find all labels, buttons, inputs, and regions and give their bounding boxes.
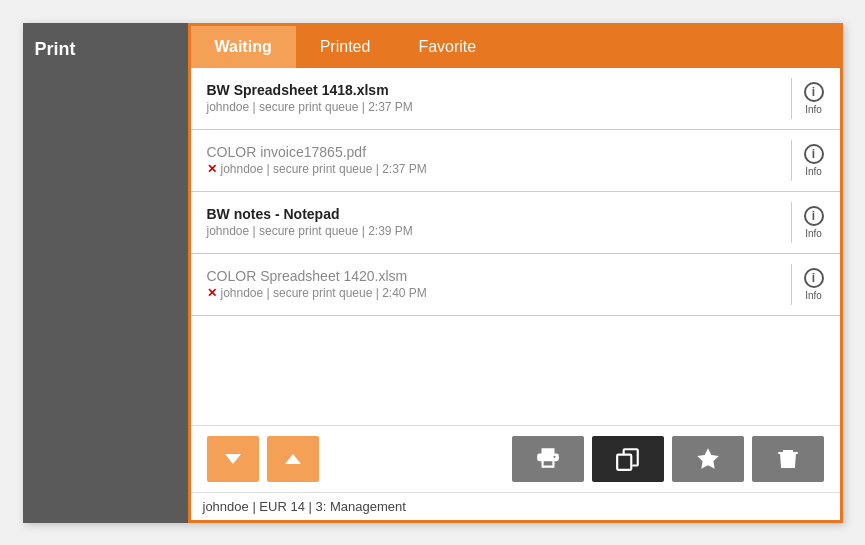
status-bar: johndoe | EUR 14 | 3: Management — [191, 492, 840, 520]
app-window: Print Waiting Printed Favorite BW Spread… — [23, 23, 843, 523]
divider — [791, 140, 792, 181]
info-icon: i — [804, 268, 824, 288]
star-icon — [695, 446, 721, 472]
print-button[interactable] — [512, 436, 584, 482]
error-indicator: ✕ — [207, 162, 217, 176]
scroll-up-button[interactable] — [267, 436, 319, 482]
info-icon: i — [804, 144, 824, 164]
divider — [791, 78, 792, 119]
list-item[interactable]: BW Spreadsheet 1418.xlsm johndoe | secur… — [191, 68, 840, 130]
item-meta: ✕ johndoe | secure print queue | 2:37 PM — [207, 162, 779, 176]
svg-marker-1 — [285, 454, 301, 464]
favorite-button[interactable] — [672, 436, 744, 482]
svg-marker-0 — [225, 454, 241, 464]
bottom-bar — [191, 425, 840, 492]
item-details: COLOR invoice17865.pdf ✕ johndoe | secur… — [207, 144, 779, 176]
list-item[interactable]: COLOR Spreadsheet 1420.xlsm ✕ johndoe | … — [191, 254, 840, 316]
reprint-button[interactable] — [592, 436, 664, 482]
item-name: COLOR invoice17865.pdf — [207, 144, 779, 160]
item-name: BW notes - Notepad — [207, 206, 779, 222]
info-button[interactable]: i Info — [804, 268, 824, 301]
list-item[interactable]: COLOR invoice17865.pdf ✕ johndoe | secur… — [191, 130, 840, 192]
item-details: BW Spreadsheet 1418.xlsm johndoe | secur… — [207, 82, 779, 114]
print-icon — [535, 446, 561, 472]
info-button[interactable]: i Info — [804, 82, 824, 115]
trash-icon — [776, 446, 800, 472]
item-name: BW Spreadsheet 1418.xlsm — [207, 82, 779, 98]
divider — [791, 202, 792, 243]
item-details: COLOR Spreadsheet 1420.xlsm ✕ johndoe | … — [207, 268, 779, 300]
print-queue-list: BW Spreadsheet 1418.xlsm johndoe | secur… — [191, 68, 840, 425]
main-panel: Waiting Printed Favorite BW Spreadsheet … — [188, 23, 843, 523]
sidebar: Print — [23, 23, 188, 523]
item-meta: johndoe | secure print queue | 2:39 PM — [207, 224, 779, 238]
error-indicator: ✕ — [207, 286, 217, 300]
info-icon: i — [804, 82, 824, 102]
reprint-icon — [615, 446, 641, 472]
tab-waiting[interactable]: Waiting — [191, 26, 296, 68]
svg-rect-2 — [617, 454, 631, 469]
chevron-down-icon — [223, 449, 243, 469]
info-button[interactable]: i Info — [804, 144, 824, 177]
item-details: BW notes - Notepad johndoe | secure prin… — [207, 206, 779, 238]
scroll-down-button[interactable] — [207, 436, 259, 482]
sidebar-title: Print — [35, 39, 76, 60]
list-item[interactable]: BW notes - Notepad johndoe | secure prin… — [191, 192, 840, 254]
divider — [791, 264, 792, 305]
chevron-up-icon — [283, 449, 303, 469]
tab-bar: Waiting Printed Favorite — [191, 26, 840, 68]
delete-button[interactable] — [752, 436, 824, 482]
info-button[interactable]: i Info — [804, 206, 824, 239]
tab-favorite[interactable]: Favorite — [394, 26, 500, 68]
info-icon: i — [804, 206, 824, 226]
item-meta: ✕ johndoe | secure print queue | 2:40 PM — [207, 286, 779, 300]
item-meta: johndoe | secure print queue | 2:37 PM — [207, 100, 779, 114]
item-name: COLOR Spreadsheet 1420.xlsm — [207, 268, 779, 284]
tab-printed[interactable]: Printed — [296, 26, 395, 68]
status-text: johndoe | EUR 14 | 3: Management — [203, 499, 406, 514]
